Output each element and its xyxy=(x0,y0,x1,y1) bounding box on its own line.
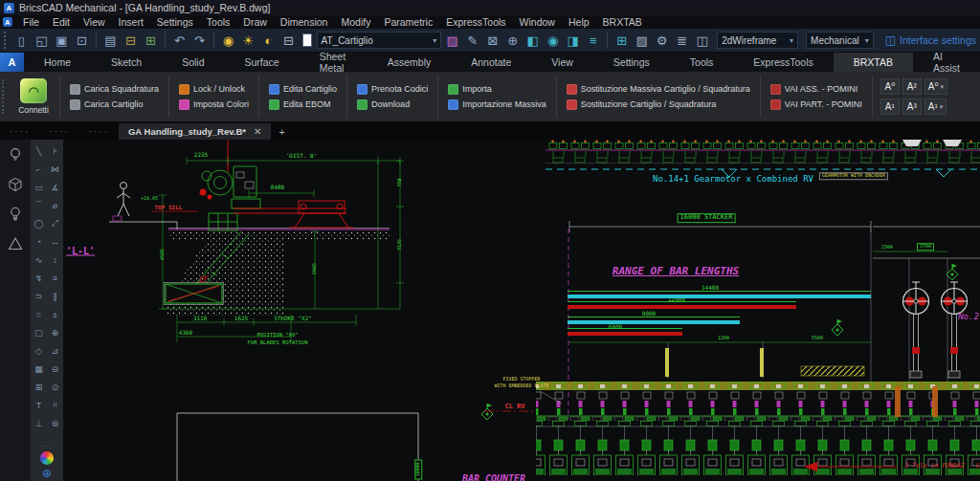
menu-view[interactable]: View xyxy=(77,16,112,28)
region-tool-icon[interactable]: ▢ xyxy=(32,323,46,341)
visual-style-layers-icon[interactable]: ≡ xyxy=(584,32,602,50)
tab-tools[interactable]: Tools xyxy=(670,53,734,72)
tab-annotate[interactable]: Annotate xyxy=(451,53,531,72)
layer-lock-icon[interactable]: ◐ xyxy=(259,32,278,50)
menu-modify[interactable]: Modify xyxy=(334,16,377,28)
ribbon-button-carica-cartiglio[interactable]: Carica Cartiglio xyxy=(70,99,159,110)
revision-button-a-00[interactable]: A⁰ xyxy=(880,78,900,95)
dim-center-icon[interactable]: ⊕ xyxy=(48,323,62,341)
open-file-icon[interactable]: ◱ xyxy=(33,32,51,50)
ribbon-button-edita-ebom[interactable]: Edita EBOM xyxy=(269,99,337,110)
balloon-bom-icon[interactable] xyxy=(8,207,23,222)
color-swatch[interactable] xyxy=(302,33,312,47)
update-dim-icon[interactable]: ⊚ xyxy=(48,414,62,432)
visual-style-box-icon[interactable]: ◧ xyxy=(523,32,542,50)
ribbon-grip[interactable] xyxy=(2,79,7,114)
visual-style-cylinder-icon[interactable]: ◨ xyxy=(564,32,582,50)
ribbon-button-vai-ass-pomini[interactable]: VAI ASS. - POMINI xyxy=(770,84,862,95)
tab-ai-assist[interactable]: AI Assist xyxy=(913,53,980,72)
polygon-tool-icon[interactable]: ◇ xyxy=(32,341,46,360)
menu-dimension[interactable]: Dimension xyxy=(274,16,335,28)
plot-icon[interactable]: ⊟ xyxy=(122,32,140,50)
gear-icon[interactable]: ⚙ xyxy=(653,32,671,50)
tab-brxtab[interactable]: BRXTAB xyxy=(834,53,913,72)
ribbon-button-vai-part-pomini[interactable]: VAI PART. - POMINI xyxy=(770,99,862,110)
interface-settings-button[interactable]: ◫ Interface settings xyxy=(885,33,976,47)
ribbon-button-imposta-colori[interactable]: Imposta Colori xyxy=(179,99,249,110)
menu-edit[interactable]: Edit xyxy=(46,16,77,28)
tab-sketch[interactable]: Sketch xyxy=(91,53,162,72)
layer-on-bulb-icon[interactable]: ◉ xyxy=(219,32,237,50)
ribbon-button-importa[interactable]: Importa xyxy=(448,84,546,95)
edit-text-icon[interactable]: ⊙ xyxy=(48,378,62,396)
eyedropper-icon[interactable]: ✎ xyxy=(463,32,481,50)
ribbon-button-download[interactable]: Download xyxy=(357,99,428,110)
menu-draw[interactable]: Draw xyxy=(236,16,274,28)
spline-tool-icon[interactable]: ∿ xyxy=(32,251,46,269)
redo-icon[interactable]: ↷ xyxy=(190,32,209,50)
tab-expresstools[interactable]: ExpressTools xyxy=(733,53,833,72)
properties-lamp-icon[interactable] xyxy=(8,147,23,163)
fields-icon[interactable]: ≣ xyxy=(673,32,691,50)
menu-window[interactable]: Window xyxy=(513,16,562,28)
circle-tool-icon[interactable]: ◯ xyxy=(32,214,46,232)
tab-solid[interactable]: Solid xyxy=(162,53,224,72)
revision-button-a-10[interactable]: A¹ xyxy=(880,98,900,115)
toolbar-grip[interactable] xyxy=(4,32,8,49)
tab-assembly[interactable]: Assembly xyxy=(368,53,452,72)
connetti-button[interactable]: ◠ Connetti xyxy=(10,72,57,121)
ellipse-tool-icon[interactable]: ◔ xyxy=(32,232,46,251)
dim-radius-icon[interactable]: ⌀ xyxy=(48,196,62,214)
workspace-combo[interactable]: Mechanical ▾ xyxy=(806,32,874,49)
align-text-tool-icon[interactable]: ⊥ xyxy=(32,414,46,432)
menu-insert[interactable]: Insert xyxy=(112,16,150,28)
app-menu-icon[interactable]: A xyxy=(3,17,12,27)
revision-button-a-01[interactable]: A² xyxy=(902,78,922,95)
ribbon-app-button[interactable]: A xyxy=(0,53,24,72)
attach-icon[interactable]: ⊕ xyxy=(503,32,522,50)
rectangle-tool-icon[interactable]: ▭ xyxy=(32,178,46,196)
menu-brxtab[interactable]: BRXTAB xyxy=(596,16,649,28)
dim-baseline-icon[interactable]: ≡ xyxy=(48,269,62,287)
close-tab-icon[interactable]: ✕ xyxy=(254,126,261,137)
menu-expresstools[interactable]: ExpressTools xyxy=(439,16,512,28)
save-icon[interactable]: ▣ xyxy=(53,32,71,50)
layer-combo[interactable]: AT_Cartiglio ▾ xyxy=(317,32,442,49)
menu-tools[interactable]: Tools xyxy=(200,16,237,28)
model-cube-icon[interactable] xyxy=(8,177,23,192)
hatch-icon[interactable]: ▨ xyxy=(633,32,651,50)
visual-style-combo[interactable]: 2dWireframe ▾ xyxy=(717,32,798,49)
revision-button-a-12[interactable]: A¹▾ xyxy=(924,98,947,115)
menu-file[interactable]: File xyxy=(16,16,46,28)
dim-vertical-icon[interactable]: ↕ xyxy=(48,251,62,269)
tab-settings[interactable]: Settings xyxy=(593,53,670,72)
new-sheet-icon[interactable]: ▤ xyxy=(101,32,120,50)
docbar-grip[interactable]: ···· xyxy=(10,126,30,137)
text-tool-icon[interactable]: T xyxy=(32,396,46,414)
match-dim-icon[interactable]: ⌗ xyxy=(48,396,62,414)
revision-button-a-11[interactable]: A³ xyxy=(902,98,922,115)
tab-home[interactable]: Home xyxy=(24,53,91,72)
palette-grip[interactable]: ···· xyxy=(40,445,55,448)
menu-help[interactable]: Help xyxy=(562,16,596,28)
leader-tool-icon[interactable]: ↯ xyxy=(32,269,46,287)
dim-tolerance-icon[interactable]: ± xyxy=(48,305,62,323)
docbar-grip[interactable]: ···· xyxy=(89,126,109,137)
ribbon-button-lock-unlock[interactable]: Lock / Unlock xyxy=(179,84,249,95)
layer-sun-icon[interactable]: ☀ xyxy=(239,32,257,50)
tracking-circle-icon[interactable]: ⊕ xyxy=(42,468,52,479)
visual-style-sphere-icon[interactable]: ◉ xyxy=(544,32,562,50)
line-tool-icon[interactable]: ╲ xyxy=(32,142,46,160)
dim-arrow-icon[interactable]: ⤢ xyxy=(48,214,62,232)
publish-icon[interactable]: ⊞ xyxy=(142,32,160,50)
ribbon-button-prenota-codici[interactable]: Prenota Codici xyxy=(357,84,428,95)
hatch-tool-icon[interactable]: ▦ xyxy=(32,360,46,378)
table-icon[interactable]: ⊞ xyxy=(612,32,631,50)
dim-ordinate-icon[interactable]: ⊿ xyxy=(48,341,62,360)
clean-screen-icon[interactable]: ▨ xyxy=(443,32,461,50)
document-tab-active[interactable]: GA Handling_study_Rev.B* ✕ xyxy=(119,123,271,140)
layer-print-icon[interactable]: ⊟ xyxy=(279,32,298,50)
drawing-canvas[interactable]: 2235'DIST. B'8480TOP SILL+24.05'L-L'7507… xyxy=(63,140,980,481)
undo-icon[interactable]: ↶ xyxy=(170,32,189,50)
quick-select-icon[interactable]: ⊠ xyxy=(483,32,501,50)
